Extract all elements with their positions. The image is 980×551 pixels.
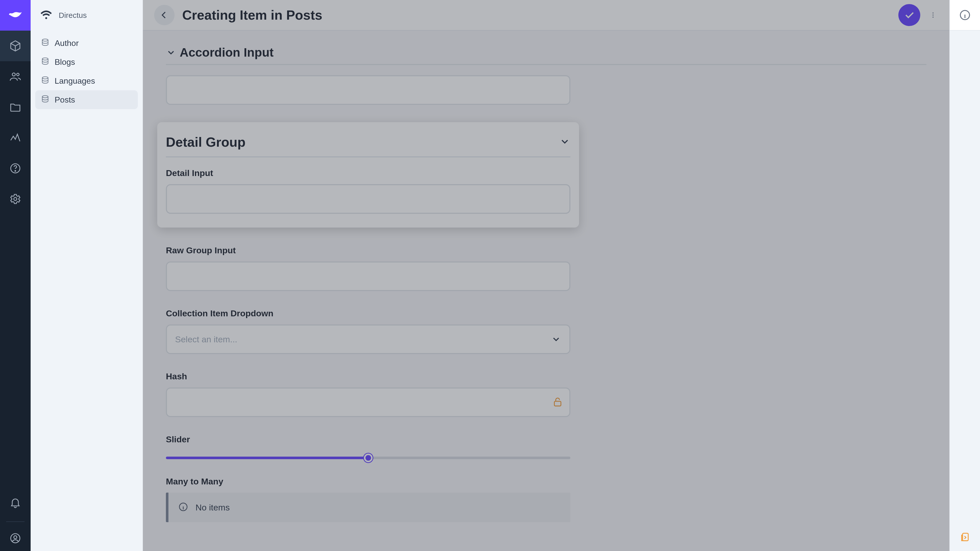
rail-files[interactable]	[0, 92, 30, 122]
nav-item-posts[interactable]: Posts	[35, 90, 138, 109]
rail-settings[interactable]	[0, 184, 30, 214]
svg-point-8	[42, 58, 48, 60]
nav-label: Posts	[55, 95, 75, 105]
svg-point-4	[14, 197, 17, 200]
database-icon	[41, 95, 49, 105]
nav-item-author[interactable]: Author	[35, 34, 138, 52]
svg-point-10	[42, 96, 48, 98]
rail-content[interactable]	[0, 30, 30, 61]
rail-account[interactable]	[0, 526, 30, 551]
nav-label: Blogs	[55, 57, 75, 67]
nav-item-languages[interactable]: Languages	[35, 71, 138, 90]
revisions-toggle[interactable]	[959, 523, 970, 551]
svg-point-6	[14, 536, 17, 539]
svg-point-3	[15, 170, 16, 171]
info-drawer-toggle[interactable]	[950, 0, 980, 30]
rail-notifications[interactable]	[0, 487, 30, 518]
database-icon	[41, 57, 49, 67]
database-icon	[41, 76, 49, 86]
brand-label: Directus	[59, 11, 87, 20]
nav-label: Author	[55, 38, 79, 48]
svg-point-0	[12, 73, 15, 76]
svg-point-7	[42, 39, 48, 41]
app-logo[interactable]	[0, 0, 30, 30]
svg-point-1	[17, 73, 19, 76]
nav-item-blogs[interactable]: Blogs	[35, 52, 138, 71]
wifi-icon	[40, 8, 52, 22]
rail-docs[interactable]	[0, 153, 30, 184]
rail-users[interactable]	[0, 61, 30, 92]
svg-point-9	[42, 77, 48, 79]
scrim-overlay[interactable]	[143, 0, 950, 551]
nav-label: Languages	[55, 76, 95, 86]
rail-insights[interactable]	[0, 122, 30, 153]
database-icon	[41, 38, 49, 48]
